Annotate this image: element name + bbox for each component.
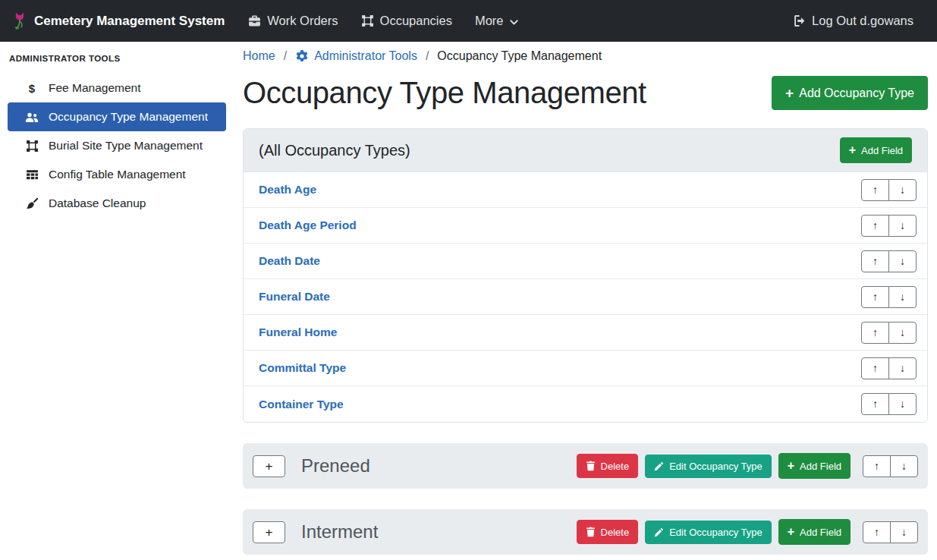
add-occupancy-type-button[interactable]: + Add Occupancy Type [772, 76, 928, 110]
field-row: Funeral Date↑↓ [244, 279, 927, 315]
arrow-down-icon: ↓ [900, 398, 905, 410]
move-up-button[interactable]: ↑ [861, 179, 889, 201]
delete-button[interactable]: Delete [577, 454, 639, 478]
add-occupancy-type-label: Add Occupancy Type [799, 87, 914, 99]
reorder-buttons: ↑↓ [861, 393, 917, 415]
section-actions: DeleteEdit Occupancy Type+Add Field↑↓ [577, 519, 918, 545]
trash-icon [586, 461, 596, 471]
field-row: Death Age↑↓ [244, 172, 927, 208]
add-field-button[interactable]: + Add Field [840, 137, 912, 163]
field-link-container-type[interactable]: Container Type [259, 398, 344, 411]
trash-icon [586, 527, 596, 537]
navbar-item-more[interactable]: More [464, 14, 530, 28]
pencil-icon [654, 461, 664, 471]
field-row: Death Age Period↑↓ [244, 208, 927, 244]
arrow-up-icon: ↑ [873, 363, 878, 374]
plus-icon: + [849, 144, 856, 156]
field-link-committal-type[interactable]: Committal Type [259, 361, 346, 375]
expand-section-button[interactable]: + [253, 455, 285, 477]
move-up-button[interactable]: ↑ [863, 455, 891, 477]
occupancy-type-sections: +PreneedDeleteEdit Occupancy Type+Add Fi… [243, 443, 928, 555]
edit-occupancy-type-button[interactable]: Edit Occupancy Type [645, 521, 772, 544]
field-link-death-age-period[interactable]: Death Age Period [259, 219, 357, 232]
arrow-down-icon: ↓ [900, 327, 905, 338]
arrow-up-icon: ↑ [873, 398, 878, 410]
move-up-button[interactable]: ↑ [863, 521, 891, 543]
move-down-button[interactable]: ↓ [890, 455, 918, 477]
arrow-up-icon: ↑ [873, 220, 878, 231]
reorder-buttons: ↑↓ [861, 179, 917, 201]
navbar-menu: Work OrdersOccupanciesMore [237, 14, 530, 28]
edit-occupancy-type-button[interactable]: Edit Occupancy Type [645, 455, 772, 478]
breadcrumb-item-home[interactable]: Home [243, 49, 275, 63]
brand-title: Cemetery Management System [34, 14, 225, 29]
arrow-down-icon: ↓ [900, 363, 905, 374]
breadcrumb-label: Administrator Tools [314, 49, 417, 63]
arrow-down-icon: ↓ [901, 527, 907, 538]
flower-logo-icon [12, 11, 27, 31]
arrow-up-icon: ↑ [874, 527, 879, 538]
navbar-item-label: Work Orders [267, 14, 338, 28]
reorder-buttons: ↑↓ [861, 322, 917, 344]
button-label: Add Field [800, 461, 841, 471]
sidebar-item-label: Config Table Management [49, 168, 186, 181]
button-label: Edit Occupancy Type [669, 461, 762, 471]
add-field-button[interactable]: +Add Field [778, 519, 851, 545]
move-down-button[interactable]: ↓ [888, 322, 917, 344]
breadcrumb-label: Occupancy Type Management [437, 49, 602, 62]
navbar-item-label: Occupancies [380, 14, 452, 28]
sidebar-item-burial-site-type-management[interactable]: Burial Site Type Management [8, 131, 226, 160]
chevron-down-icon [509, 17, 519, 27]
move-up-button[interactable]: ↑ [861, 393, 889, 415]
arrow-up-icon: ↑ [873, 291, 878, 303]
sidebar-item-fee-management[interactable]: $Fee Management [8, 74, 226, 102]
move-down-button[interactable]: ↓ [890, 521, 918, 543]
field-link-death-date[interactable]: Death Date [259, 254, 320, 268]
sidebar-item-occupancy-type-management[interactable]: Occupancy Type Management [8, 102, 226, 131]
logout-icon [793, 14, 806, 27]
move-down-button[interactable]: ↓ [888, 215, 917, 237]
move-down-button[interactable]: ↓ [888, 357, 917, 379]
move-down-button[interactable]: ↓ [888, 179, 917, 201]
breadcrumb-separator: / [426, 49, 429, 63]
move-up-button[interactable]: ↑ [861, 357, 889, 379]
move-up-button[interactable]: ↑ [861, 322, 889, 344]
arrow-down-icon: ↓ [900, 291, 905, 303]
breadcrumb-item-administrator-tools[interactable]: Administrator Tools [295, 49, 417, 63]
move-down-button[interactable]: ↓ [888, 286, 917, 308]
sidebar-item-label: Burial Site Type Management [49, 139, 203, 153]
sidebar-item-database-cleanup[interactable]: Database Cleanup [8, 189, 226, 218]
navbar-right: Log Out d.gowans [781, 14, 925, 28]
button-label: Edit Occupancy Type [669, 527, 762, 537]
move-down-button[interactable]: ↓ [888, 393, 917, 415]
occupancy-type-section-preneed: +PreneedDeleteEdit Occupancy Type+Add Fi… [243, 443, 928, 489]
button-label: Delete [601, 461, 630, 471]
breadcrumb-label: Home [243, 49, 275, 63]
field-link-death-age[interactable]: Death Age [259, 183, 316, 197]
sidebar: ADMINISTRATOR TOOLS $Fee ManagementOccup… [0, 42, 228, 560]
arrow-down-icon: ↓ [900, 184, 905, 196]
logout-link[interactable]: Log Out d.gowans [781, 14, 925, 28]
brand[interactable]: Cemetery Management System [12, 11, 225, 31]
expand-section-button[interactable]: + [253, 521, 285, 543]
sidebar-item-label: Database Cleanup [49, 197, 146, 210]
logout-label: Log Out d.gowans [812, 14, 913, 28]
navbar-item-occupancies[interactable]: Occupancies [350, 14, 464, 28]
field-link-funeral-home[interactable]: Funeral Home [259, 326, 337, 339]
sidebar-item-config-table-management[interactable]: Config Table Management [8, 160, 226, 189]
delete-button[interactable]: Delete [577, 520, 639, 544]
plus-icon: + [785, 86, 794, 100]
button-label: Delete [601, 527, 630, 537]
field-link-funeral-date[interactable]: Funeral Date [259, 290, 330, 304]
move-up-button[interactable]: ↑ [861, 250, 889, 272]
arrow-up-icon: ↑ [873, 184, 878, 196]
arrow-up-icon: ↑ [873, 256, 878, 267]
work-orders-icon [248, 14, 261, 27]
page-title: Occupancy Type Management [243, 76, 646, 110]
move-down-button[interactable]: ↓ [888, 250, 917, 272]
move-up-button[interactable]: ↑ [861, 215, 889, 237]
add-field-button[interactable]: +Add Field [778, 453, 851, 479]
navbar-item-work-orders[interactable]: Work Orders [237, 14, 349, 28]
navbar-item-label: More [475, 14, 504, 28]
move-up-button[interactable]: ↑ [861, 286, 889, 308]
